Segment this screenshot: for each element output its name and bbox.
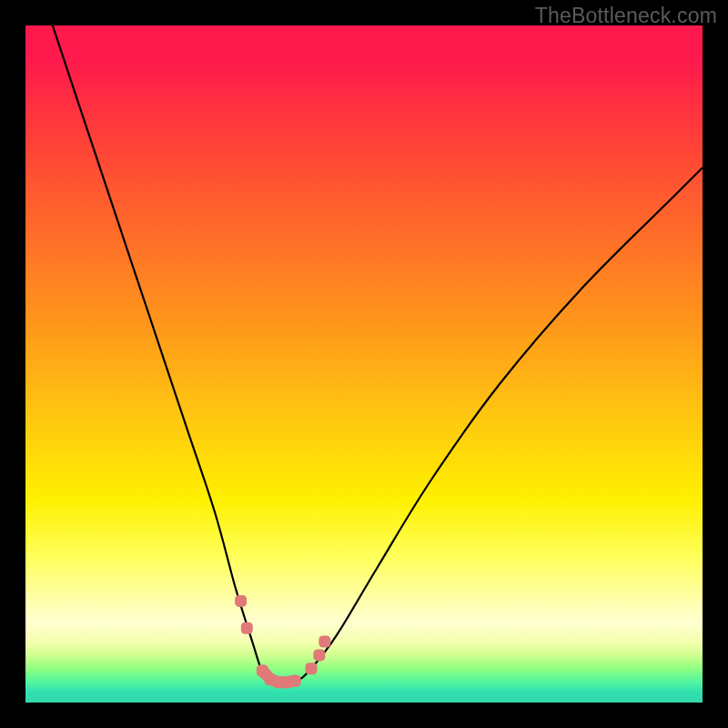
curve-marker [241,622,253,634]
chart-frame [25,25,703,703]
curve-markers [235,595,330,688]
curve-marker [289,675,301,687]
curve-marker [306,662,318,674]
curve-marker [313,649,325,661]
watermark-text: TheBottleneck.com [535,4,717,28]
bottleneck-curve-line [53,25,703,683]
curve-marker [318,636,330,648]
bottleneck-curve-svg [25,25,703,703]
curve-marker [235,595,247,607]
